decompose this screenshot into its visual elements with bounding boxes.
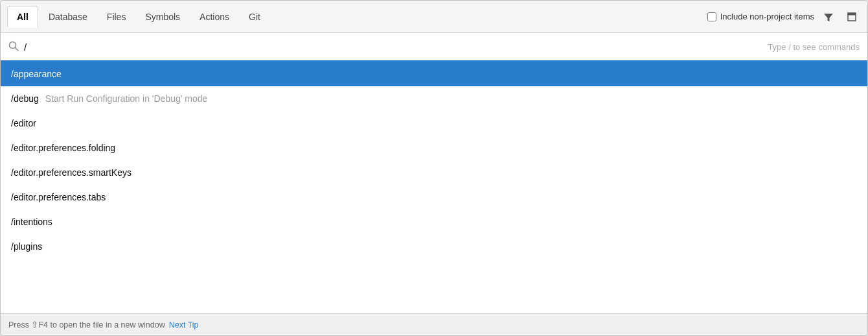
status-bar: Press ⇧F4 to open the file in a new wind… xyxy=(1,313,867,335)
window-icon xyxy=(847,12,857,22)
result-item-debug[interactable]: /debug Start Run Configuration in 'Debug… xyxy=(1,86,867,111)
tab-database[interactable]: Database xyxy=(40,6,97,27)
result-main-editor-tabs: /editor.preferences.tabs xyxy=(11,192,106,202)
result-item-editor-folding[interactable]: /editor.preferences.folding xyxy=(1,136,867,160)
result-main-editor-folding: /editor.preferences.folding xyxy=(11,143,115,153)
result-desc-debug: Start Run Configuration in 'Debug' mode xyxy=(45,93,208,104)
tab-all[interactable]: All xyxy=(7,6,38,28)
result-main-debug: /debug xyxy=(11,93,39,104)
result-main-editor-smartkeys: /editor.preferences.smartKeys xyxy=(11,167,131,178)
search-hint: Type / to see commands xyxy=(768,42,860,52)
filter-icon xyxy=(823,12,834,22)
result-main-editor: /editor xyxy=(11,118,36,128)
result-main-plugins: /plugins xyxy=(11,241,42,252)
tab-actions[interactable]: Actions xyxy=(190,6,238,27)
search-bar: Type / to see commands xyxy=(1,33,867,62)
next-tip-link[interactable]: Next Tip xyxy=(169,320,199,330)
svg-line-3 xyxy=(16,47,19,51)
result-item-intentions[interactable]: /intentions xyxy=(1,210,867,234)
result-item-editor-tabs[interactable]: /editor.preferences.tabs xyxy=(1,185,867,210)
result-item-appearance[interactable]: /appearance xyxy=(1,62,867,86)
result-item-editor[interactable]: /editor xyxy=(1,111,867,136)
result-main-intentions: /intentions xyxy=(11,217,52,227)
search-input[interactable] xyxy=(24,42,768,53)
toolbar-right: Include non-project items xyxy=(707,8,861,26)
search-dialog: All Database Files Symbols Actions Git I… xyxy=(0,0,868,336)
non-project-checkbox-label[interactable]: Include non-project items xyxy=(707,12,814,21)
svg-rect-1 xyxy=(848,13,856,16)
search-icon xyxy=(8,41,19,53)
non-project-checkbox[interactable] xyxy=(707,12,716,21)
filter-icon-btn[interactable] xyxy=(819,8,838,26)
status-text: Press ⇧F4 to open the file in a new wind… xyxy=(8,320,165,330)
tab-bar: All Database Files Symbols Actions Git I… xyxy=(1,1,867,33)
non-project-label: Include non-project items xyxy=(720,12,814,21)
tab-files[interactable]: Files xyxy=(98,6,135,27)
results-list: /appearance /debug Start Run Configurati… xyxy=(1,62,867,313)
window-icon-btn[interactable] xyxy=(843,8,861,26)
result-main-appearance: /appearance xyxy=(11,69,62,79)
tab-symbols[interactable]: Symbols xyxy=(136,6,189,27)
tab-git[interactable]: Git xyxy=(240,6,269,27)
result-item-editor-smartkeys[interactable]: /editor.preferences.smartKeys xyxy=(1,160,867,185)
result-item-plugins[interactable]: /plugins xyxy=(1,234,867,259)
